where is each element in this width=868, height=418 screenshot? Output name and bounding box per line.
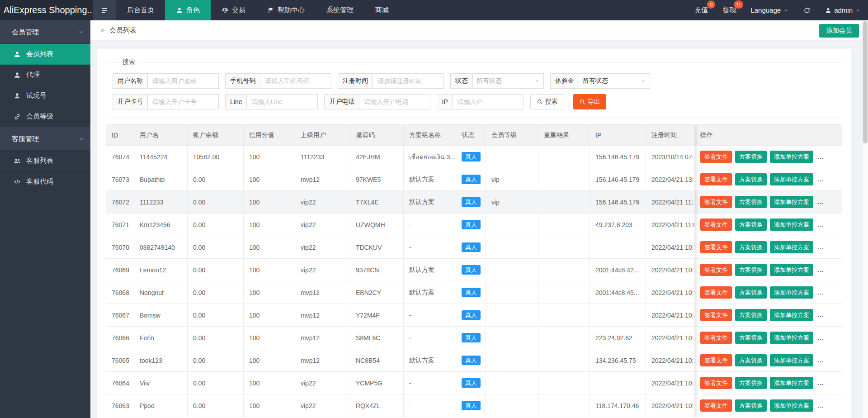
language-menu[interactable]: Language [743, 0, 796, 20]
status-badge[interactable]: 真人 [462, 288, 481, 297]
add-single-control-button[interactable]: 添加单控方案 [770, 218, 813, 231]
sign-file-button[interactable]: 签署文件 [700, 151, 732, 163]
search-input-card-no[interactable] [147, 94, 219, 109]
plan-switch-button[interactable]: 方案切换 [735, 332, 767, 344]
sign-file-button[interactable]: 签署文件 [700, 399, 732, 412]
scrollbar-thumb[interactable] [863, 21, 868, 143]
add-single-control-button[interactable]: 添加单控方案 [770, 377, 813, 389]
status-badge[interactable]: 真人 [462, 220, 481, 229]
topbar-right: 充值 0 提现 11 Language admin [687, 0, 868, 20]
more-button[interactable]: ... [816, 196, 825, 208]
nav-item-role[interactable]: 角色 [165, 0, 211, 20]
plan-switch-button[interactable]: 方案切换 [735, 264, 767, 276]
sign-file-button[interactable]: 签署文件 [700, 264, 732, 276]
add-single-control-button[interactable]: 添加单控方案 [770, 354, 813, 366]
user-menu[interactable]: admin [818, 0, 868, 20]
sign-file-button[interactable]: 签署文件 [700, 309, 732, 321]
recharge-label: 充值 [694, 6, 708, 14]
vertical-scrollbar[interactable] [862, 20, 868, 418]
sidebar-item-member-level[interactable]: 会员等级 [0, 106, 90, 127]
status-badge[interactable]: 真人 [462, 197, 481, 207]
sign-file-button[interactable]: 签署文件 [700, 218, 732, 231]
more-button[interactable]: ... [816, 241, 825, 253]
more-button[interactable]: ... [816, 309, 825, 321]
status-badge[interactable]: 真人 [462, 378, 481, 388]
search-select-trial-fund[interactable]: 所有状态 [579, 73, 650, 89]
plan-switch-button[interactable]: 方案切换 [735, 309, 767, 321]
search-input-reg-time[interactable] [373, 73, 444, 89]
export-button[interactable]: 导出 [573, 94, 606, 109]
search-input-username[interactable] [147, 73, 219, 89]
cell-time: 2022/04/21 10:14 [646, 394, 695, 417]
recharge-link[interactable]: 充值 0 [687, 0, 715, 20]
more-button[interactable]: ... [816, 173, 825, 185]
nav-item-dashboard[interactable]: 后台首页 [116, 0, 165, 20]
search-input-account-phone[interactable] [359, 94, 430, 109]
status-badge[interactable]: 真人 [462, 333, 481, 342]
plan-switch-button[interactable]: 方案切换 [735, 173, 767, 185]
more-button[interactable]: ... [816, 399, 825, 412]
add-single-control-button[interactable]: 添加单控方案 [770, 151, 813, 163]
add-single-control-button[interactable]: 添加单控方案 [770, 332, 813, 344]
more-button[interactable]: ... [816, 332, 825, 344]
plan-switch-button[interactable]: 方案切换 [735, 399, 767, 412]
add-member-button[interactable]: 添加会员 [819, 24, 859, 38]
refresh-button[interactable] [796, 0, 818, 20]
sign-file-button[interactable]: 签署文件 [700, 173, 732, 185]
add-single-control-button[interactable]: 添加单控方案 [770, 286, 813, 299]
add-single-control-button[interactable]: 添加单控方案 [770, 264, 813, 276]
sidebar-group-member-management[interactable]: 会员管理 [0, 20, 90, 44]
nav-item-trade[interactable]: 交易 [211, 0, 256, 20]
sign-file-button[interactable]: 签署文件 [700, 241, 732, 253]
more-button[interactable]: ... [816, 151, 825, 163]
search-input-line[interactable] [246, 94, 318, 109]
sidebar-item-agent[interactable]: 代理 [0, 65, 90, 86]
column-header: IP [590, 125, 646, 146]
plan-switch-button[interactable]: 方案切换 [735, 286, 767, 299]
more-button[interactable]: ... [816, 264, 825, 276]
status-badge[interactable]: 真人 [462, 356, 481, 365]
search-input-ip[interactable] [453, 94, 524, 109]
sidebar-item-trial-account[interactable]: 试玩号 [0, 86, 90, 106]
plan-switch-button[interactable]: 方案切换 [735, 377, 767, 389]
search-input-phone[interactable] [260, 73, 331, 89]
status-badge[interactable]: 真人 [462, 401, 481, 410]
sign-file-button[interactable]: 签署文件 [700, 196, 732, 208]
status-badge[interactable]: 真人 [462, 265, 481, 275]
plan-switch-button[interactable]: 方案切换 [735, 218, 767, 231]
add-single-control-button[interactable]: 添加单控方案 [770, 241, 813, 253]
status-badge[interactable]: 真人 [462, 152, 481, 162]
search-select-status[interactable]: 所有状态 [472, 73, 544, 89]
add-single-control-button[interactable]: 添加单控方案 [770, 399, 813, 412]
sidebar-item-member-list[interactable]: 会员列表 [0, 44, 90, 65]
more-button[interactable]: ... [816, 377, 825, 389]
nav-item-system[interactable]: 系统管理 [316, 0, 364, 20]
search-button[interactable]: 搜索 [530, 94, 564, 109]
cell-status: 真人 [456, 214, 486, 236]
sign-file-button[interactable]: 签署文件 [700, 286, 732, 299]
cell-ip: 49.237.8.203 [590, 214, 646, 236]
sign-file-button[interactable]: 签署文件 [700, 332, 732, 344]
sidebar-item-service-code[interactable]: 客服代码 [0, 171, 90, 192]
status-badge[interactable]: 真人 [462, 175, 481, 184]
add-single-control-button[interactable]: 添加单控方案 [770, 173, 813, 185]
more-button[interactable]: ... [816, 218, 825, 231]
plan-switch-button[interactable]: 方案切换 [735, 151, 767, 163]
menu-toggle-button[interactable] [93, 0, 116, 20]
nav-item-help-center[interactable]: 帮助中心 [256, 0, 316, 20]
sidebar-item-service-list[interactable]: 客服列表 [0, 151, 90, 171]
more-button[interactable]: ... [816, 354, 825, 366]
plan-switch-button[interactable]: 方案切换 [735, 241, 767, 253]
sidebar-group-service-management[interactable]: 客服管理 [0, 127, 90, 151]
sign-file-button[interactable]: 签署文件 [700, 377, 732, 389]
plan-switch-button[interactable]: 方案切换 [735, 196, 767, 208]
sign-file-button[interactable]: 签署文件 [700, 354, 732, 366]
status-badge[interactable]: 真人 [462, 242, 481, 252]
status-badge[interactable]: 真人 [462, 310, 481, 320]
add-single-control-button[interactable]: 添加单控方案 [770, 309, 813, 321]
nav-item-mall[interactable]: 商城 [364, 0, 400, 20]
more-button[interactable]: ... [816, 286, 825, 299]
add-single-control-button[interactable]: 添加单控方案 [770, 196, 813, 208]
withdraw-link[interactable]: 提现 11 [715, 0, 743, 20]
plan-switch-button[interactable]: 方案切换 [735, 354, 767, 366]
